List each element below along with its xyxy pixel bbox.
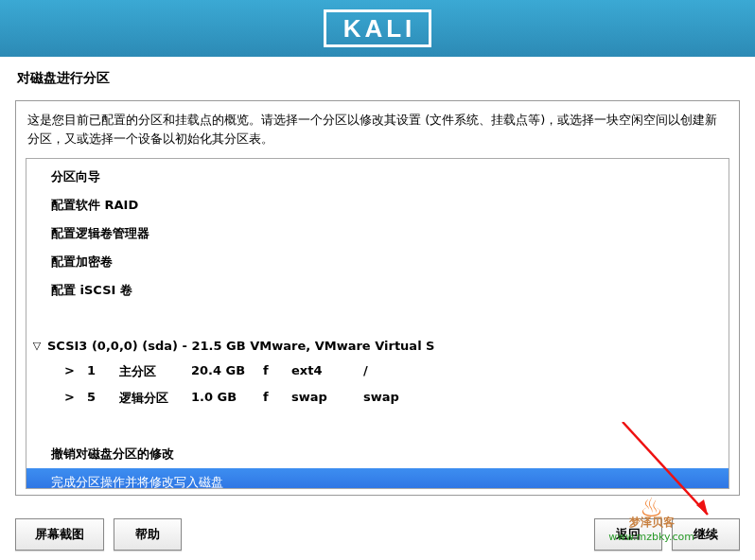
continue-button[interactable]: 继续 bbox=[672, 518, 740, 551]
back-button[interactable]: 返回 bbox=[594, 518, 662, 551]
partition-type: 逻辑分区 bbox=[119, 390, 191, 407]
partition-fs: swap bbox=[291, 390, 363, 407]
chevron-down-icon: ▽ bbox=[30, 340, 44, 352]
configure-iscsi-item[interactable]: 配置 iSCSI 卷 bbox=[26, 276, 729, 305]
partition-arrow: > bbox=[64, 390, 87, 407]
kali-logo: KALI bbox=[324, 9, 432, 47]
partition-flag: f bbox=[263, 390, 291, 407]
partition-type: 主分区 bbox=[119, 363, 191, 380]
partition-size: 1.0 GB bbox=[191, 390, 263, 407]
partition-list: 分区向导 配置软件 RAID 配置逻辑卷管理器 配置加密卷 配置 iSCSI 卷… bbox=[26, 158, 729, 489]
button-bar: 屏幕截图 帮助 返回 继续 bbox=[15, 518, 740, 551]
finish-partitioning-item[interactable]: 完成分区操作并将修改写入磁盘 bbox=[26, 468, 729, 489]
partition-size: 20.4 GB bbox=[191, 363, 263, 380]
partition-row[interactable]: > 5 逻辑分区 1.0 GB f swap swap bbox=[26, 385, 729, 411]
partition-flag: f bbox=[263, 363, 291, 380]
partition-number: 1 bbox=[87, 363, 119, 380]
installer-header: KALI bbox=[0, 0, 755, 57]
undo-changes-item[interactable]: 撤销对磁盘分区的修改 bbox=[26, 440, 729, 468]
page-title: 对磁盘进行分区 bbox=[0, 57, 755, 93]
help-button[interactable]: 帮助 bbox=[114, 518, 182, 551]
svg-marker-1 bbox=[696, 499, 708, 515]
partition-row[interactable]: > 1 主分区 20.4 GB f ext4 / bbox=[26, 359, 729, 385]
screenshot-button[interactable]: 屏幕截图 bbox=[15, 518, 104, 551]
configure-raid-item[interactable]: 配置软件 RAID bbox=[26, 191, 729, 219]
partition-mount: / bbox=[363, 363, 439, 380]
disk-entry[interactable]: ▽ SCSI3 (0,0,0) (sda) - 21.5 GB VMware, … bbox=[26, 333, 729, 359]
instruction-text: 这是您目前已配置的分区和挂载点的概览。请选择一个分区以修改其设置 (文件系统、挂… bbox=[26, 111, 729, 158]
partition-arrow: > bbox=[64, 363, 87, 380]
guided-partitioning-item[interactable]: 分区向导 bbox=[26, 163, 729, 191]
content-panel: 这是您目前已配置的分区和挂载点的概览。请选择一个分区以修改其设置 (文件系统、挂… bbox=[15, 100, 740, 496]
partition-mount: swap bbox=[363, 390, 439, 407]
shell-icon: ♨ bbox=[608, 501, 694, 515]
partition-number: 5 bbox=[87, 390, 119, 407]
configure-lvm-item[interactable]: 配置逻辑卷管理器 bbox=[26, 219, 729, 248]
configure-encrypted-item[interactable]: 配置加密卷 bbox=[26, 248, 729, 276]
disk-label: SCSI3 (0,0,0) (sda) - 21.5 GB VMware, VM… bbox=[47, 339, 434, 353]
partition-fs: ext4 bbox=[291, 363, 363, 380]
